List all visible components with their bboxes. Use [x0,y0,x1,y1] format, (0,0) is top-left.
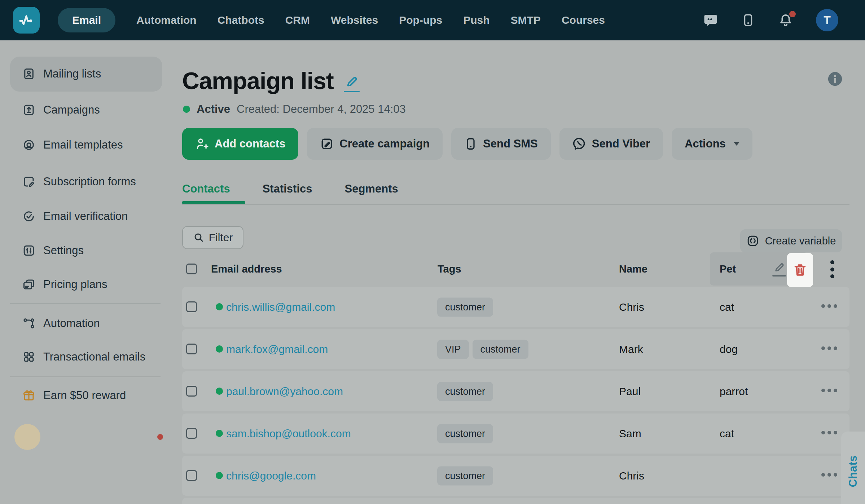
table-options-kebab-menu[interactable] [827,260,838,278]
nav-item-crm[interactable]: CRM [285,14,310,26]
column-header-email[interactable]: Email address [211,263,282,275]
sidebar-item-label: Email verification [43,210,128,223]
actions-dropdown-button[interactable]: Actions [672,128,752,160]
highlight-box [787,253,813,287]
sidebar-item-earn-reward[interactable]: Earn $50 reward [10,381,162,410]
brand-logo[interactable] [13,7,40,34]
nav-item-email[interactable]: Email [58,8,115,32]
nav-item-automation[interactable]: Automation [136,14,197,26]
select-all-checkbox[interactable] [186,264,197,274]
sidebar-item-label: Automation [43,317,100,330]
chats-side-tab[interactable]: Chats [841,432,865,504]
sidebar-item-transactional-emails[interactable]: Transactional emails [10,342,162,371]
phone-icon [464,137,477,151]
main-nav-items: Email Automation Chatbots CRM Websites P… [58,8,605,32]
send-viber-button[interactable]: Send Viber [559,128,663,160]
row-menu-button[interactable] [821,389,840,394]
row-checkbox[interactable] [186,386,197,397]
account-menu[interactable]: T [816,9,849,31]
contact-email-link[interactable]: paul.brown@yahoo.com [226,385,343,398]
actions-label: Actions [685,137,726,150]
contact-name: Chris [619,301,644,313]
column-header-pet[interactable]: Pet [720,263,736,275]
contact-name: Chris [619,470,644,482]
send-sms-button[interactable]: Send SMS [451,128,551,160]
contact-email-link[interactable]: chris.willis@gmail.com [226,301,335,313]
mobile-app-icon[interactable] [741,13,755,27]
table-row: chris.willis@gmail.com customer Chris ca… [182,287,849,327]
tag-chip: customer [437,466,493,485]
campaign-send-icon [22,103,35,116]
chat-messages-icon[interactable] [703,13,718,27]
sidebar-item-subscription-forms[interactable]: Subscription forms [10,167,162,196]
create-campaign-button[interactable]: Create campaign [307,128,443,160]
created-date: Created: December 4, 2025 14:03 [237,103,406,116]
row-menu-button[interactable] [821,473,840,478]
sidebar-item-campaigns[interactable]: Campaigns [10,96,162,124]
sidebar-item-label: Transactional emails [43,350,145,363]
chats-tab-label: Chats [847,455,860,487]
reward-notification-dot [157,434,163,440]
row-menu-button[interactable] [821,304,840,309]
delete-variable-trash-icon[interactable] [792,262,808,278]
nav-item-courses[interactable]: Courses [562,14,605,26]
contact-email-link[interactable]: sam.bishop@outlook.com [226,428,351,440]
subscriber-active-dot [216,345,223,353]
contact-pet: dog [720,343,738,355]
contact-email-link[interactable]: mark.fox@gmail.com [226,343,328,355]
column-header-tags[interactable]: Tags [438,263,461,275]
table-row: chris@google.com customer Chris [182,456,849,496]
row-menu-button[interactable] [821,346,840,352]
column-header-name[interactable]: Name [619,263,647,275]
send-viber-label: Send Viber [592,137,650,150]
sidebar-item-settings[interactable]: Settings [10,236,162,265]
filter-label: Filter [209,231,233,244]
edit-title-button[interactable] [344,74,360,92]
create-variable-label: Create variable [765,235,836,247]
row-checkbox[interactable] [186,428,197,439]
status-dot [183,106,190,113]
add-contacts-button[interactable]: Add contacts [182,128,298,160]
table-row-partial [182,498,849,504]
row-checkbox[interactable] [186,344,197,354]
sidebar-item-pricing-plans[interactable]: Pricing plans [10,270,162,299]
nav-item-chatbots[interactable]: Chatbots [218,14,264,26]
info-icon[interactable] [827,71,843,87]
tag-chip: customer [437,424,493,443]
sidebar-item-label: Email templates [43,138,123,151]
row-menu-button[interactable] [821,431,840,436]
sidebar-item-label: Settings [43,244,84,257]
sliders-icon [22,244,35,257]
user-avatar[interactable]: T [816,9,838,31]
add-contacts-label: Add contacts [215,137,285,150]
nav-item-websites[interactable]: Websites [331,14,378,26]
sidebar-item-email-templates[interactable]: Email templates [10,131,162,159]
table-row: sam.bishop@outlook.com customer Sam cat [182,414,849,454]
tabs-divider [182,204,849,205]
nav-item-push[interactable]: Push [463,14,489,26]
contact-email-link[interactable]: chris@google.com [226,470,316,482]
create-variable-button[interactable]: Create variable [740,229,842,252]
tab-segments[interactable]: Segments [344,182,398,195]
notifications-bell-icon[interactable] [778,13,793,27]
top-navigation-bar: Email Automation Chatbots CRM Websites P… [0,0,865,40]
edit-variable-button[interactable] [772,261,786,277]
sidebar-item-email-verification[interactable]: Email verification [10,202,162,231]
contact-name: Mark [619,343,643,355]
sidebar: Mailing lists Campaigns Email templates [0,40,166,504]
gift-icon [22,389,35,402]
sidebar-item-automation[interactable]: Automation [10,309,162,338]
subscriber-active-dot [216,303,223,310]
subscriber-active-dot [216,430,223,437]
tag-chip: customer [473,340,528,359]
tab-statistics[interactable]: Statistics [263,182,312,195]
nav-item-popups[interactable]: Pop-ups [399,14,442,26]
sidebar-item-mailing-lists[interactable]: Mailing lists [10,59,162,88]
check-circle-icon [22,210,35,223]
filter-button[interactable]: Filter [182,226,243,249]
row-checkbox[interactable] [186,301,197,312]
nav-item-smtp[interactable]: SMTP [511,14,541,26]
tab-contacts[interactable]: Contacts [182,182,230,195]
row-checkbox[interactable] [186,470,197,481]
chevron-down-icon [734,142,739,146]
